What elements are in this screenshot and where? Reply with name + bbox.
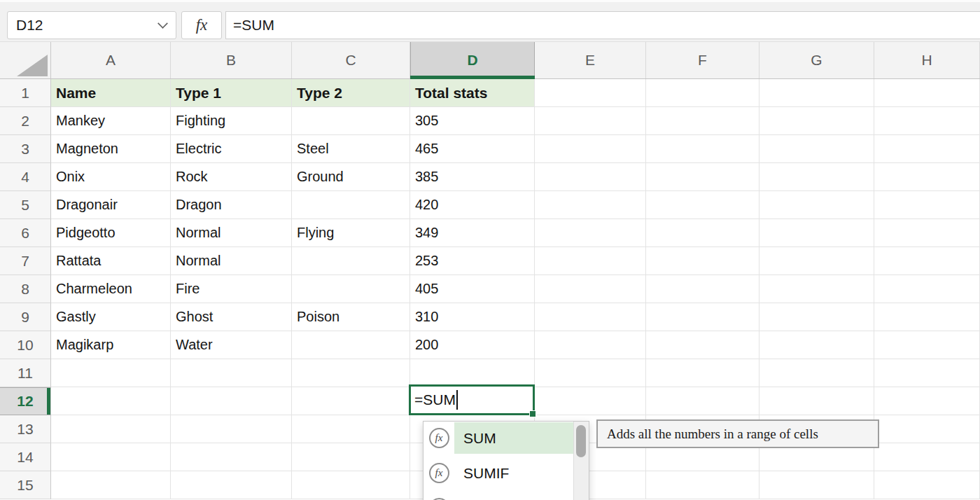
active-cell-editor[interactable]: =SUM [409,384,535,415]
cell-F11[interactable] [646,359,760,387]
cell-A14[interactable] [51,443,171,471]
cell-B6[interactable]: Normal [171,219,292,247]
cell-D8[interactable]: 405 [410,275,535,303]
cell-F2[interactable] [646,107,760,135]
row-header-2[interactable]: 2 [0,107,51,135]
cell-C2[interactable] [292,107,410,135]
cell-C14[interactable] [292,443,410,471]
cell-C5[interactable] [292,191,410,219]
cell-F12[interactable] [646,387,760,415]
cell-H10[interactable] [874,331,980,359]
autocomplete-item-sumif[interactable]: fxSUMIF [424,457,589,489]
row-header-3[interactable]: 3 [0,135,51,163]
column-header-H[interactable]: H [874,42,980,78]
row-header-8[interactable]: 8 [0,275,51,303]
cell-B7[interactable]: Normal [171,247,292,275]
cell-B4[interactable]: Rock [171,163,292,191]
cell-H13[interactable] [874,415,980,443]
cell-A11[interactable] [51,359,171,387]
cell-D10[interactable]: 200 [410,331,535,359]
cell-A6[interactable]: Pidgeotto [51,219,171,247]
cell-E9[interactable] [535,303,646,331]
select-all-button[interactable] [0,42,51,78]
chevron-down-icon[interactable] [158,18,168,29]
cell-G11[interactable] [760,359,874,387]
cell-A10[interactable]: Magikarp [51,331,171,359]
cell-B2[interactable]: Fighting [171,107,292,135]
cell-C15[interactable] [292,471,410,499]
column-header-D[interactable]: D [410,42,535,78]
cell-A7[interactable]: Rattata [51,247,171,275]
column-header-E[interactable]: E [535,42,646,78]
cell-C6[interactable]: Flying [292,219,410,247]
cell-F8[interactable] [646,275,760,303]
cell-C1[interactable]: Type 2 [292,79,410,107]
cell-F6[interactable] [646,219,760,247]
autocomplete-item-sumifs[interactable]: fxSUMIFS [424,492,589,500]
cell-C4[interactable]: Ground [292,163,410,191]
cell-G12[interactable] [760,387,874,415]
cell-B3[interactable]: Electric [171,135,292,163]
cell-H5[interactable] [874,191,980,219]
name-box[interactable]: D12 [7,11,176,39]
cell-H2[interactable] [874,107,980,135]
cell-H11[interactable] [874,359,980,387]
row-header-4[interactable]: 4 [0,163,51,191]
cell-H4[interactable] [874,163,980,191]
cell-D11[interactable] [410,359,535,387]
cell-B9[interactable]: Ghost [171,303,292,331]
cell-A15[interactable] [51,471,171,499]
row-header-13[interactable]: 13 [0,415,51,443]
cell-B14[interactable] [171,443,292,471]
cell-C11[interactable] [292,359,410,387]
cell-G9[interactable] [760,303,874,331]
cell-E6[interactable] [535,219,646,247]
cell-G2[interactable] [760,107,874,135]
cell-B5[interactable]: Dragon [171,191,292,219]
cell-A12[interactable] [51,387,171,415]
cell-G7[interactable] [760,247,874,275]
column-header-C[interactable]: C [292,42,410,78]
cell-F1[interactable] [646,79,760,107]
cell-A13[interactable] [51,415,171,443]
cell-E4[interactable] [535,163,646,191]
cell-A9[interactable]: Gastly [51,303,171,331]
dropdown-scrollbar-thumb[interactable] [576,425,586,457]
cell-B11[interactable] [171,359,292,387]
cell-H8[interactable] [874,275,980,303]
cell-G6[interactable] [760,219,874,247]
row-header-15[interactable]: 15 [0,471,51,499]
row-header-7[interactable]: 7 [0,247,51,275]
cell-A1[interactable]: Name [51,79,171,107]
cell-G8[interactable] [760,275,874,303]
cell-C12[interactable] [292,387,410,415]
cell-G10[interactable] [760,331,874,359]
cell-D4[interactable]: 385 [410,163,535,191]
cell-H12[interactable] [874,387,980,415]
cell-C13[interactable] [292,415,410,443]
cell-F4[interactable] [646,163,760,191]
column-header-A[interactable]: A [51,42,171,78]
cell-C10[interactable] [292,331,410,359]
cell-G15[interactable] [760,471,874,499]
row-header-1[interactable]: 1 [0,79,51,107]
cell-E2[interactable] [535,107,646,135]
cell-E8[interactable] [535,275,646,303]
cell-B8[interactable]: Fire [171,275,292,303]
row-header-6[interactable]: 6 [0,219,51,247]
cell-G4[interactable] [760,163,874,191]
row-header-14[interactable]: 14 [0,443,51,471]
row-header-9[interactable]: 9 [0,303,51,331]
cell-C7[interactable] [292,247,410,275]
cell-D3[interactable]: 465 [410,135,535,163]
cell-G3[interactable] [760,135,874,163]
cell-G5[interactable] [760,191,874,219]
cell-H3[interactable] [874,135,980,163]
column-header-G[interactable]: G [760,42,874,78]
cell-A5[interactable]: Dragonair [51,191,171,219]
cell-H15[interactable] [874,471,980,499]
column-header-F[interactable]: F [646,42,760,78]
cell-F5[interactable] [646,191,760,219]
fill-handle[interactable] [529,410,536,417]
row-header-12[interactable]: 12 [0,387,51,415]
